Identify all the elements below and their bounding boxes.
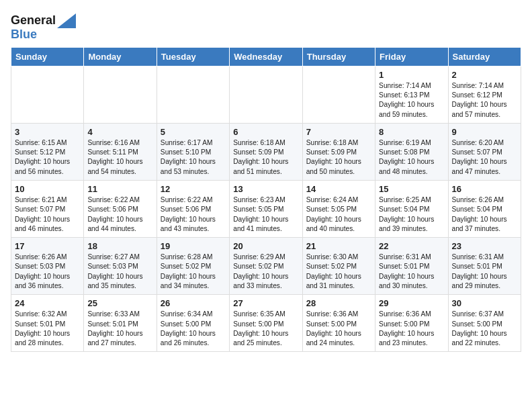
cell-content: Sunrise: 6:15 AM Sunset: 5:12 PM Dayligh…: [15, 138, 80, 177]
calendar-cell: 16Sunrise: 6:26 AM Sunset: 5:04 PM Dayli…: [448, 181, 521, 238]
cell-content: Sunrise: 6:33 AM Sunset: 5:01 PM Dayligh…: [87, 310, 152, 348]
cell-content: Sunrise: 7:14 AM Sunset: 6:12 PM Dayligh…: [452, 81, 517, 120]
day-number: 28: [306, 298, 371, 308]
day-number: 17: [15, 241, 80, 251]
header-tuesday: Tuesday: [157, 47, 229, 66]
cell-content: Sunrise: 6:26 AM Sunset: 5:03 PM Dayligh…: [15, 253, 80, 291]
day-number: 8: [379, 127, 444, 137]
calendar-cell: 20Sunrise: 6:29 AM Sunset: 5:02 PM Dayli…: [230, 238, 302, 295]
cell-content: Sunrise: 6:25 AM Sunset: 5:04 PM Dayligh…: [379, 195, 444, 234]
calendar-cell: 5Sunrise: 6:17 AM Sunset: 5:10 PM Daylig…: [157, 123, 229, 180]
calendar-cell: 22Sunrise: 6:31 AM Sunset: 5:01 PM Dayli…: [375, 238, 448, 295]
calendar-cell: 25Sunrise: 6:33 AM Sunset: 5:01 PM Dayli…: [84, 295, 157, 352]
day-number: 11: [87, 184, 152, 194]
cell-content: Sunrise: 6:22 AM Sunset: 5:06 PM Dayligh…: [87, 195, 152, 234]
calendar-cell: 3Sunrise: 6:15 AM Sunset: 5:12 PM Daylig…: [11, 123, 84, 180]
cell-content: Sunrise: 6:31 AM Sunset: 5:01 PM Dayligh…: [379, 253, 444, 291]
logo-text: General: [11, 14, 56, 28]
cell-content: Sunrise: 6:35 AM Sunset: 5:00 PM Dayligh…: [233, 310, 298, 348]
calendar-cell: 1Sunrise: 7:14 AM Sunset: 6:13 PM Daylig…: [375, 66, 448, 123]
day-number: 30: [452, 298, 517, 308]
cell-content: Sunrise: 6:24 AM Sunset: 5:05 PM Dayligh…: [306, 195, 371, 234]
cell-content: Sunrise: 6:19 AM Sunset: 5:08 PM Dayligh…: [379, 138, 444, 177]
calendar-week-4: 24Sunrise: 6:32 AM Sunset: 5:01 PM Dayli…: [11, 295, 521, 352]
calendar-cell: 10Sunrise: 6:21 AM Sunset: 5:07 PM Dayli…: [11, 181, 84, 238]
cell-content: Sunrise: 6:18 AM Sunset: 5:09 PM Dayligh…: [306, 138, 371, 177]
header-sunday: Sunday: [11, 47, 84, 66]
calendar-table: SundayMondayTuesdayWednesdayThursdayFrid…: [11, 47, 521, 353]
day-number: 9: [452, 127, 517, 137]
header-friday: Friday: [375, 47, 448, 66]
calendar-cell: [157, 66, 229, 123]
calendar-cell: 24Sunrise: 6:32 AM Sunset: 5:01 PM Dayli…: [11, 295, 84, 352]
calendar-cell: 8Sunrise: 6:19 AM Sunset: 5:08 PM Daylig…: [375, 123, 448, 180]
day-number: 16: [452, 184, 517, 194]
day-number: 23: [452, 241, 517, 251]
day-number: 25: [87, 298, 152, 308]
cell-content: Sunrise: 6:37 AM Sunset: 5:00 PM Dayligh…: [452, 310, 517, 348]
header-wednesday: Wednesday: [230, 47, 302, 66]
day-number: 3: [15, 127, 80, 137]
cell-content: Sunrise: 6:17 AM Sunset: 5:10 PM Dayligh…: [161, 138, 226, 177]
calendar-cell: [230, 66, 302, 123]
day-number: 18: [87, 241, 152, 251]
day-number: 14: [306, 184, 371, 194]
day-number: 22: [379, 241, 444, 251]
calendar-cell: 11Sunrise: 6:22 AM Sunset: 5:06 PM Dayli…: [84, 181, 157, 238]
day-number: 2: [452, 70, 517, 80]
calendar-cell: 18Sunrise: 6:27 AM Sunset: 5:03 PM Dayli…: [84, 238, 157, 295]
calendar-cell: 17Sunrise: 6:26 AM Sunset: 5:03 PM Dayli…: [11, 238, 84, 295]
calendar-cell: 21Sunrise: 6:30 AM Sunset: 5:02 PM Dayli…: [302, 238, 375, 295]
cell-content: Sunrise: 6:20 AM Sunset: 5:07 PM Dayligh…: [452, 138, 517, 177]
calendar-cell: 6Sunrise: 6:18 AM Sunset: 5:09 PM Daylig…: [230, 123, 302, 180]
day-number: 21: [306, 241, 371, 251]
day-number: 19: [161, 241, 226, 251]
calendar-cell: 29Sunrise: 6:36 AM Sunset: 5:00 PM Dayli…: [375, 295, 448, 352]
calendar-cell: [302, 66, 375, 123]
page-header: General Blue: [11, 11, 521, 42]
calendar-cell: 30Sunrise: 6:37 AM Sunset: 5:00 PM Dayli…: [448, 295, 521, 352]
cell-content: Sunrise: 6:29 AM Sunset: 5:02 PM Dayligh…: [233, 253, 298, 291]
svg-marker-0: [57, 13, 76, 28]
logo-text-2: Blue: [11, 28, 76, 42]
day-number: 7: [306, 127, 371, 137]
day-number: 10: [15, 184, 80, 194]
day-number: 27: [233, 298, 298, 308]
calendar-cell: 19Sunrise: 6:28 AM Sunset: 5:02 PM Dayli…: [157, 238, 229, 295]
cell-content: Sunrise: 6:26 AM Sunset: 5:04 PM Dayligh…: [452, 195, 517, 234]
calendar-cell: [84, 66, 157, 123]
cell-content: Sunrise: 6:32 AM Sunset: 5:01 PM Dayligh…: [15, 310, 80, 348]
cell-content: Sunrise: 6:36 AM Sunset: 5:00 PM Dayligh…: [306, 310, 371, 348]
day-number: 6: [233, 127, 298, 137]
calendar-header-row: SundayMondayTuesdayWednesdayThursdayFrid…: [11, 47, 521, 66]
day-number: 29: [379, 298, 444, 308]
calendar-cell: 26Sunrise: 6:34 AM Sunset: 5:00 PM Dayli…: [157, 295, 229, 352]
day-number: 5: [161, 127, 226, 137]
cell-content: Sunrise: 6:16 AM Sunset: 5:11 PM Dayligh…: [87, 138, 152, 177]
cell-content: Sunrise: 6:21 AM Sunset: 5:07 PM Dayligh…: [15, 195, 80, 234]
calendar-cell: 4Sunrise: 6:16 AM Sunset: 5:11 PM Daylig…: [84, 123, 157, 180]
logo-icon: [57, 13, 76, 28]
day-number: 1: [379, 70, 444, 80]
calendar-week-2: 10Sunrise: 6:21 AM Sunset: 5:07 PM Dayli…: [11, 181, 521, 238]
cell-content: Sunrise: 6:18 AM Sunset: 5:09 PM Dayligh…: [233, 138, 298, 177]
calendar-cell: 12Sunrise: 6:22 AM Sunset: 5:06 PM Dayli…: [157, 181, 229, 238]
day-number: 20: [233, 241, 298, 251]
day-number: 12: [161, 184, 226, 194]
header-saturday: Saturday: [448, 47, 521, 66]
cell-content: Sunrise: 6:23 AM Sunset: 5:05 PM Dayligh…: [233, 195, 298, 234]
cell-content: Sunrise: 6:22 AM Sunset: 5:06 PM Dayligh…: [161, 195, 226, 234]
cell-content: Sunrise: 6:30 AM Sunset: 5:02 PM Dayligh…: [306, 253, 371, 291]
cell-content: Sunrise: 6:34 AM Sunset: 5:00 PM Dayligh…: [161, 310, 226, 348]
cell-content: Sunrise: 6:36 AM Sunset: 5:00 PM Dayligh…: [379, 310, 444, 348]
calendar-cell: [11, 66, 84, 123]
calendar-cell: 23Sunrise: 6:31 AM Sunset: 5:01 PM Dayli…: [448, 238, 521, 295]
header-monday: Monday: [84, 47, 157, 66]
day-number: 24: [15, 298, 80, 308]
calendar-cell: 27Sunrise: 6:35 AM Sunset: 5:00 PM Dayli…: [230, 295, 302, 352]
calendar-cell: 2Sunrise: 7:14 AM Sunset: 6:12 PM Daylig…: [448, 66, 521, 123]
logo: General Blue: [11, 13, 76, 42]
cell-content: Sunrise: 6:31 AM Sunset: 5:01 PM Dayligh…: [452, 253, 517, 291]
day-number: 15: [379, 184, 444, 194]
day-number: 13: [233, 184, 298, 194]
